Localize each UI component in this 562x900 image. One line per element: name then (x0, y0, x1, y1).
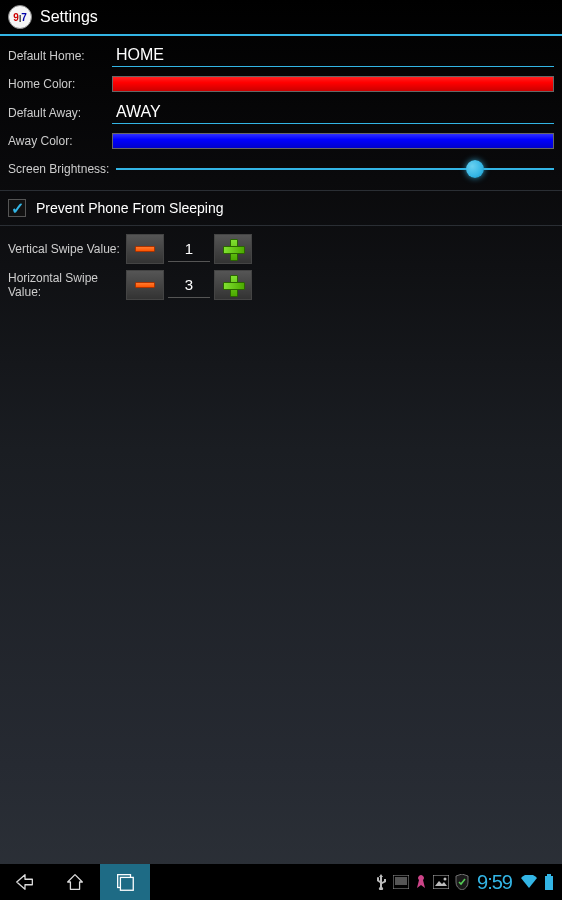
prevent-sleep-label: Prevent Phone From Sleeping (36, 200, 224, 216)
settings-form: Default Home: Home Color: Default Away: … (0, 36, 562, 180)
horizontal-swipe-value[interactable]: 3 (168, 272, 210, 298)
recents-icon (114, 871, 136, 893)
plus-icon (223, 275, 243, 295)
row-prevent-sleep[interactable]: Prevent Phone From Sleeping (0, 190, 562, 226)
vertical-swipe-plus-button[interactable] (214, 234, 252, 264)
svg-rect-3 (395, 877, 407, 885)
row-vertical-swipe: Vertical Swipe Value: 1 (8, 234, 554, 264)
row-horizontal-swipe: Horizontal Swipe Value: 3 (8, 270, 554, 300)
label-away-color: Away Color: (8, 134, 112, 148)
home-color-swatch[interactable] (112, 76, 554, 92)
vertical-swipe-value[interactable]: 1 (168, 236, 210, 262)
minus-icon (135, 246, 155, 252)
status-tray[interactable]: 9:59 (375, 871, 562, 894)
row-home-color: Home Color: (8, 73, 554, 95)
row-default-home: Default Home: (8, 44, 554, 67)
row-brightness: Screen Brightness: (8, 158, 554, 180)
brightness-slider[interactable] (116, 159, 554, 179)
back-button[interactable] (0, 864, 50, 900)
home-icon (64, 871, 86, 893)
row-away-color: Away Color: (8, 130, 554, 152)
plus-icon (223, 239, 243, 259)
default-away-input[interactable] (112, 101, 554, 124)
label-default-home: Default Home: (8, 49, 112, 63)
stepper-section: Vertical Swipe Value: 1 Horizontal Swipe… (0, 226, 562, 314)
horizontal-swipe-plus-button[interactable] (214, 270, 252, 300)
svg-rect-4 (433, 875, 449, 889)
svg-rect-6 (547, 874, 551, 876)
image-icon (433, 875, 449, 889)
home-button[interactable] (50, 864, 100, 900)
label-home-color: Home Color: (8, 77, 112, 91)
screenshot-icon (393, 875, 409, 889)
usb-icon (375, 874, 387, 890)
svg-rect-7 (545, 876, 553, 890)
prevent-sleep-checkbox[interactable] (8, 199, 26, 217)
brightness-track (116, 168, 554, 170)
title-bar: 9|7 Settings (0, 0, 562, 36)
away-color-swatch[interactable] (112, 133, 554, 149)
ribbon-icon (415, 874, 427, 890)
system-nav-bar: 9:59 (0, 864, 562, 900)
shield-icon (455, 874, 469, 890)
label-horizontal-swipe: Horizontal Swipe Value: (8, 271, 126, 299)
nav-left (0, 864, 150, 900)
recents-button[interactable] (100, 864, 150, 900)
back-icon (14, 871, 36, 893)
default-home-input[interactable] (112, 44, 554, 67)
svg-rect-1 (120, 877, 133, 890)
label-default-away: Default Away: (8, 106, 112, 120)
page-title: Settings (40, 8, 98, 26)
app-icon: 9|7 (8, 5, 32, 29)
battery-icon (544, 874, 554, 890)
wifi-icon (520, 875, 538, 889)
brightness-thumb[interactable] (466, 160, 484, 178)
row-default-away: Default Away: (8, 101, 554, 124)
vertical-swipe-minus-button[interactable] (126, 234, 164, 264)
label-brightness: Screen Brightness: (8, 162, 112, 176)
horizontal-swipe-minus-button[interactable] (126, 270, 164, 300)
label-vertical-swipe: Vertical Swipe Value: (8, 242, 126, 256)
svg-point-5 (444, 878, 447, 881)
status-clock: 9:59 (477, 871, 512, 894)
minus-icon (135, 282, 155, 288)
